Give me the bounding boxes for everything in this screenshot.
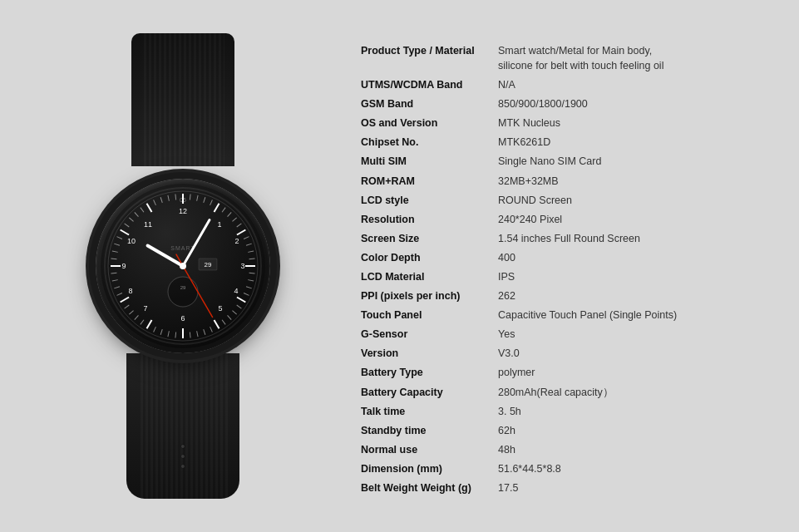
spec-row: Battery Capacity280mAh(Real capacity） <box>358 383 774 402</box>
svg-line-14 <box>197 195 198 201</box>
svg-line-16 <box>210 200 213 205</box>
svg-line-29 <box>237 305 242 308</box>
spec-value: 62h <box>495 421 774 441</box>
spec-row: VersionV3.0 <box>358 345 774 364</box>
spec-value: 280mAh(Real capacity） <box>495 383 774 402</box>
svg-line-3 <box>237 230 245 235</box>
svg-text:8: 8 <box>128 287 132 295</box>
buckle-hole-1 <box>180 444 185 449</box>
svg-line-42 <box>135 315 139 319</box>
spec-value: Smart watch/Metal for Main body, silicon… <box>495 42 774 76</box>
svg-line-48 <box>111 273 116 273</box>
spec-label: Screen Size <box>358 229 495 249</box>
svg-line-43 <box>129 311 133 315</box>
spec-label: Version <box>358 345 495 364</box>
spec-row: GSM Band850/900/1800/1900 <box>358 95 774 114</box>
spec-label: PPI (pixels per inch) <box>358 287 495 306</box>
watch-wrapper: // ticks generated below via JS <box>50 33 316 499</box>
spec-row: Battery Typepolymer <box>358 364 774 383</box>
svg-line-40 <box>154 327 156 332</box>
spec-label: Standby time <box>358 421 495 441</box>
spec-row: Screen Size1.54 inches Full Round Screen <box>358 229 774 249</box>
svg-line-52 <box>117 237 122 239</box>
svg-line-32 <box>222 320 225 325</box>
svg-text:4: 4 <box>234 287 238 295</box>
svg-line-24 <box>249 259 255 259</box>
spec-value: 32MB+32MB <box>495 172 774 191</box>
spec-label: Multi SIM <box>358 153 495 172</box>
spec-label: Resolution <box>358 210 495 229</box>
spec-label: Chipset No. <box>358 134 495 153</box>
spec-row: Talk time3. 5h <box>358 402 774 421</box>
svg-line-60 <box>175 194 176 200</box>
spec-row: PPI (pixels per inch)262 <box>358 287 774 306</box>
svg-point-74 <box>168 277 198 307</box>
spec-label: OS and Version <box>358 114 495 133</box>
svg-text:29: 29 <box>180 285 186 290</box>
spec-label: GSM Band <box>358 95 495 114</box>
svg-line-44 <box>125 305 130 308</box>
spec-value: MTK6261D <box>495 134 774 153</box>
main-container: // ticks generated below via JS <box>0 0 799 532</box>
svg-line-23 <box>248 251 254 252</box>
svg-line-25 <box>249 273 255 273</box>
spec-row: Resolution240*240 Pixel <box>358 210 774 229</box>
svg-line-19 <box>232 218 236 222</box>
spec-label: Normal use <box>358 441 495 460</box>
svg-line-18 <box>228 212 232 216</box>
spec-label: LCD Material <box>358 268 495 287</box>
svg-line-30 <box>232 311 236 315</box>
svg-line-6 <box>215 320 219 328</box>
svg-line-2 <box>215 204 219 212</box>
spec-row: Belt Weight Weight (g)17.5 <box>358 479 774 498</box>
svg-line-47 <box>112 280 118 281</box>
spec-value: V3.0 <box>495 345 774 364</box>
svg-line-15 <box>204 197 205 203</box>
spec-label: Touch Panel <box>358 306 495 325</box>
spec-value: 1.54 inches Full Round Screen <box>495 229 774 249</box>
spec-row: Chipset No.MTK6261D <box>358 134 774 153</box>
svg-text:11: 11 <box>144 220 152 229</box>
spec-value: 400 <box>495 249 774 268</box>
strap-bottom <box>138 353 228 499</box>
svg-text:6: 6 <box>180 314 185 323</box>
svg-line-58 <box>160 197 162 203</box>
spec-row: LCD MaterialIPS <box>358 268 774 287</box>
spec-row: LCD styleROUND Screen <box>358 191 774 210</box>
svg-line-28 <box>244 293 249 296</box>
svg-line-34 <box>204 329 205 335</box>
spec-row: Multi SIMSingle Nano SIM Card <box>358 153 774 172</box>
svg-line-21 <box>244 237 249 239</box>
svg-text:3: 3 <box>240 262 244 270</box>
spec-row: UTMS/WCDMA BandN/A <box>358 76 774 95</box>
spec-label: Product Type / Material <box>358 42 495 76</box>
spec-row: Dimension (mm)51.6*44.5*8.8 <box>358 460 774 479</box>
svg-line-17 <box>222 208 225 213</box>
svg-text:7: 7 <box>143 304 147 313</box>
svg-line-13 <box>190 194 190 200</box>
spec-value: IPS <box>495 268 774 287</box>
spec-label: Dimension (mm) <box>358 460 495 479</box>
svg-line-50 <box>112 251 118 252</box>
svg-line-38 <box>168 331 169 337</box>
svg-line-41 <box>141 320 144 325</box>
watch-body: // ticks generated below via JS <box>96 179 270 353</box>
spec-value: 850/900/1800/1900 <box>495 95 774 114</box>
svg-line-35 <box>197 331 198 337</box>
svg-line-45 <box>117 293 122 296</box>
spec-value: polymer <box>495 364 774 383</box>
svg-line-26 <box>248 280 254 281</box>
spec-value: MTK Nucleus <box>495 114 774 133</box>
svg-text:05: 05 <box>180 197 186 203</box>
spec-row: OS and VersionMTK Nucleus <box>358 114 774 133</box>
spec-row: ROM+RAM32MB+32MB <box>358 172 774 191</box>
svg-text:9: 9 <box>121 262 126 270</box>
spec-row: Color Depth400 <box>358 249 774 268</box>
svg-line-12 <box>147 204 152 212</box>
spec-value: 17.5 <box>495 479 774 498</box>
specs-section: Product Type / MaterialSmart watch/Metal… <box>341 34 774 499</box>
watch-section: // ticks generated below via JS <box>25 17 341 515</box>
spec-value: N/A <box>495 76 774 95</box>
svg-text:5: 5 <box>218 304 222 313</box>
buckle-hole-3 <box>180 464 185 469</box>
